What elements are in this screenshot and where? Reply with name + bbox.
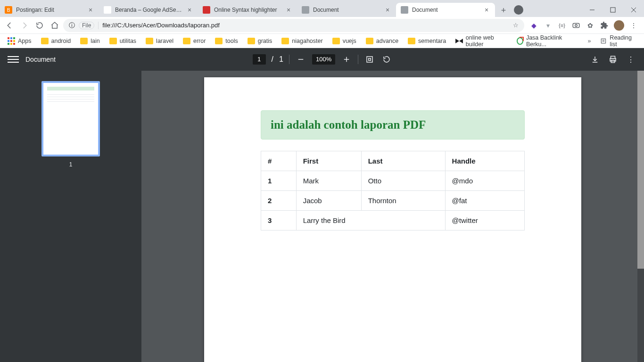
folder-icon bbox=[109, 38, 117, 44]
browser-menu-icon[interactable]: ⋮ bbox=[629, 21, 638, 30]
zoom-in-button[interactable] bbox=[341, 54, 352, 65]
browser-tab[interactable]: Document× bbox=[396, 3, 495, 17]
pdf-page: ini adalah contoh laporan PDF #FirstLast… bbox=[204, 77, 581, 362]
browser-tab[interactable]: Beranda – Google AdSense× bbox=[99, 3, 198, 17]
tab-title: Document bbox=[412, 7, 479, 13]
minimize-button[interactable] bbox=[582, 3, 603, 17]
browser-tab[interactable]: Document× bbox=[297, 3, 396, 17]
folder-icon bbox=[183, 38, 190, 44]
omnibox[interactable]: ⓘ File file:///C:/Users/Acer/Downloads/l… bbox=[63, 19, 524, 32]
reading-list-label: Reading list bbox=[610, 34, 636, 48]
reload-button[interactable] bbox=[33, 19, 46, 32]
extensions-puzzle-icon[interactable] bbox=[600, 21, 609, 30]
pdf-viewer-area: 1 ini adalah contoh laporan PDF #FirstLa… bbox=[0, 71, 644, 362]
thumbnail-number: 1 bbox=[69, 161, 73, 168]
table-header-cell: Handle bbox=[445, 151, 524, 171]
svg-rect-4 bbox=[573, 23, 579, 27]
bookmark-folder[interactable]: error bbox=[179, 35, 209, 47]
table-cell: Mark bbox=[296, 171, 361, 191]
bookmark-folder[interactable]: utilitas bbox=[106, 35, 140, 47]
bookmark-folder[interactable]: advance bbox=[362, 35, 402, 47]
window-controls bbox=[582, 3, 644, 17]
more-actions-icon[interactable]: ⋮ bbox=[625, 54, 636, 65]
vertical-scrollbar[interactable] bbox=[637, 71, 644, 362]
bookmark-folder[interactable]: niagahoster bbox=[278, 35, 326, 47]
bookmark-label: tools bbox=[225, 38, 238, 44]
bookmark-label: laravel bbox=[156, 38, 173, 44]
apps-shortcut[interactable]: Apps bbox=[4, 35, 35, 47]
extension-icon[interactable]: ✿ bbox=[586, 21, 595, 30]
bookmark-link[interactable]: Jasa Backlink Berku... bbox=[513, 35, 580, 47]
table-cell: 3 bbox=[261, 211, 297, 230]
extension-icon[interactable] bbox=[571, 21, 581, 30]
hamburger-menu-icon[interactable] bbox=[8, 56, 19, 63]
browser-tab[interactable]: Online Syntax highlighter× bbox=[198, 3, 297, 17]
bookmark-label: Jasa Backlink Berku... bbox=[526, 34, 577, 48]
bookmark-label: advance bbox=[376, 38, 398, 44]
pdf-toolbar: Document 1 / 1 100% ⋮ bbox=[0, 48, 644, 71]
rotate-button[interactable] bbox=[381, 54, 392, 65]
folder-icon bbox=[41, 38, 49, 44]
bookmark-folder[interactable]: laravel bbox=[142, 35, 177, 47]
profile-indicator-icon[interactable] bbox=[514, 5, 523, 15]
close-window-button[interactable] bbox=[623, 3, 644, 17]
forward-button[interactable] bbox=[18, 19, 31, 32]
bookmark-star-icon[interactable]: ☆ bbox=[513, 22, 519, 29]
svg-rect-1 bbox=[611, 8, 615, 12]
bookmark-folder[interactable]: android bbox=[37, 35, 75, 47]
svg-point-5 bbox=[575, 24, 578, 26]
download-button[interactable] bbox=[589, 54, 601, 65]
extension-icon[interactable]: ▾ bbox=[543, 21, 553, 30]
bookmarks-overflow[interactable]: » bbox=[584, 38, 595, 44]
bookmark-folder[interactable]: sementara bbox=[404, 35, 450, 47]
tab-close-icon[interactable]: × bbox=[186, 6, 193, 14]
tab-close-icon[interactable]: × bbox=[87, 6, 94, 14]
folder-icon bbox=[80, 38, 88, 44]
bookmark-folder[interactable]: tools bbox=[211, 35, 241, 47]
home-button[interactable] bbox=[48, 19, 61, 32]
bookmark-label: android bbox=[51, 38, 71, 44]
bookmark-label: gratis bbox=[258, 38, 272, 44]
new-tab-button[interactable]: + bbox=[497, 4, 510, 17]
bookmark-link[interactable]: online web builder bbox=[452, 35, 511, 47]
tab-favicon bbox=[104, 6, 111, 14]
tab-title: Beranda – Google AdSense bbox=[115, 7, 182, 13]
bookmark-label: online web builder bbox=[466, 34, 507, 48]
zoom-level[interactable]: 100% bbox=[312, 54, 335, 65]
page-number-input[interactable]: 1 bbox=[253, 54, 266, 65]
user-avatar-icon[interactable] bbox=[614, 20, 624, 31]
tab-close-icon[interactable]: × bbox=[483, 6, 490, 14]
back-button[interactable] bbox=[3, 19, 16, 32]
bookmark-label: error bbox=[193, 38, 206, 44]
site-info-icon[interactable]: ⓘ bbox=[69, 21, 75, 30]
bookmark-folder[interactable]: vuejs bbox=[329, 35, 360, 47]
bookmark-folder[interactable]: gratis bbox=[244, 35, 276, 47]
table-cell: 2 bbox=[261, 191, 297, 211]
tab-favicon bbox=[203, 6, 210, 14]
reading-list-button[interactable]: Reading list bbox=[596, 34, 640, 48]
table-row: 1MarkOtto@mdo bbox=[261, 171, 525, 191]
zoom-out-button[interactable] bbox=[295, 54, 306, 65]
extension-icon[interactable]: {≡} bbox=[557, 21, 567, 30]
tab-title: Document bbox=[313, 7, 380, 13]
tab-close-icon[interactable]: × bbox=[285, 6, 292, 14]
folder-icon bbox=[408, 38, 415, 44]
apps-label: Apps bbox=[18, 38, 32, 44]
bookmark-folder[interactable]: lain bbox=[76, 35, 103, 47]
page-thumbnail[interactable] bbox=[41, 81, 100, 156]
browser-tabstrip: BPostingan: Edit×Beranda – Google AdSens… bbox=[0, 0, 644, 17]
fit-page-button[interactable] bbox=[364, 54, 375, 65]
report-heading: ini adalah contoh laporan PDF bbox=[261, 110, 525, 140]
page-container[interactable]: ini adalah contoh laporan PDF #FirstLast… bbox=[141, 71, 644, 362]
toolbar-separator bbox=[358, 55, 358, 64]
folder-icon bbox=[146, 38, 153, 44]
browser-tab[interactable]: BPostingan: Edit× bbox=[0, 3, 99, 17]
print-button[interactable] bbox=[607, 54, 619, 65]
table-row: 2JacobThornton@fat bbox=[261, 191, 525, 211]
extension-icon[interactable]: ◆ bbox=[529, 21, 538, 30]
tab-close-icon[interactable]: × bbox=[384, 6, 391, 14]
maximize-button[interactable] bbox=[603, 3, 623, 17]
table-header-cell: Last bbox=[361, 151, 445, 171]
thumbnail-sidebar[interactable]: 1 bbox=[0, 71, 141, 362]
table-header-cell: # bbox=[261, 151, 297, 171]
